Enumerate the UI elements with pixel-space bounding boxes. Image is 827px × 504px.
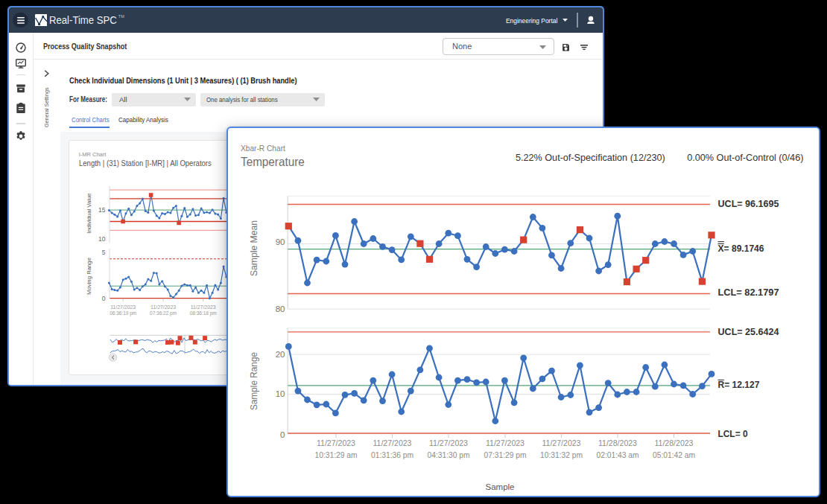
- svg-text:Sample: Sample: [486, 482, 515, 491]
- svg-text:11/27/2023: 11/27/2023: [317, 438, 355, 447]
- svg-text:11/28/2023: 11/28/2023: [598, 438, 637, 447]
- svg-text:10: 10: [276, 389, 285, 398]
- svg-text:UCL= 25.6424: UCL= 25.6424: [718, 327, 779, 337]
- svg-text:90: 90: [276, 237, 285, 246]
- svg-text:11/27/2023: 11/27/2023: [542, 438, 581, 447]
- svg-text:R= 12.127: R= 12.127: [718, 380, 760, 390]
- svg-text:Sample Range: Sample Range: [249, 352, 259, 410]
- svg-text:01:31:36 pm: 01:31:36 pm: [371, 450, 414, 459]
- svg-text:11/27/2023: 11/27/2023: [373, 438, 412, 447]
- svg-text:04:31:30 pm: 04:31:30 pm: [428, 450, 470, 459]
- svg-text:0: 0: [280, 430, 285, 439]
- svg-text:11/28/2023: 11/28/2023: [655, 438, 694, 447]
- svg-text:80: 80: [276, 304, 285, 313]
- svg-text:LCL= 0: LCL= 0: [718, 429, 748, 439]
- svg-text:20: 20: [276, 350, 285, 359]
- svg-text:07:31:29 pm: 07:31:29 pm: [484, 450, 527, 459]
- svg-text:02:01:43 am: 02:01:43 am: [597, 450, 639, 459]
- svg-text:UCL= 96.1695: UCL= 96.1695: [718, 199, 779, 209]
- svg-text:11/27/2023: 11/27/2023: [429, 438, 468, 447]
- svg-text:X= 89.1746: X= 89.1746: [718, 243, 764, 254]
- svg-text:11/27/2023: 11/27/2023: [486, 438, 525, 447]
- svg-text:LCL= 82.1797: LCL= 82.1797: [718, 287, 779, 298]
- svg-text:10:31:32 pm: 10:31:32 pm: [540, 450, 583, 459]
- svg-text:Sample Mean: Sample Mean: [249, 220, 259, 276]
- svg-text:05:01:42 am: 05:01:42 am: [653, 450, 695, 459]
- svg-text:10:31:29 am: 10:31:29 am: [315, 450, 358, 459]
